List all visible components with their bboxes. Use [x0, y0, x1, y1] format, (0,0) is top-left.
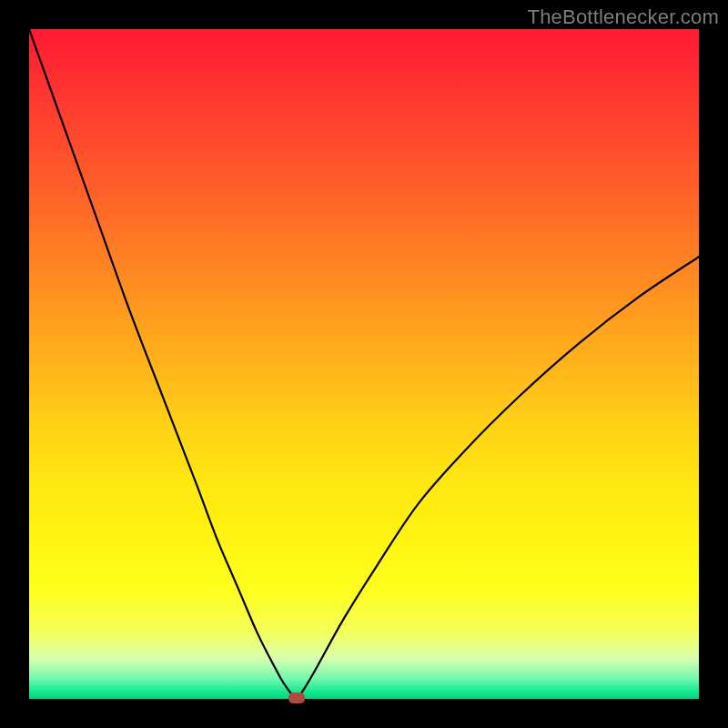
plot-area: [29, 29, 699, 699]
optimal-point-marker: [288, 693, 305, 703]
bottleneck-curve: [29, 29, 699, 699]
chart-frame: TheBottlenecker.com: [0, 0, 728, 728]
watermark-text: TheBottlenecker.com: [528, 5, 719, 29]
bottleneck-curve-path: [29, 29, 699, 698]
